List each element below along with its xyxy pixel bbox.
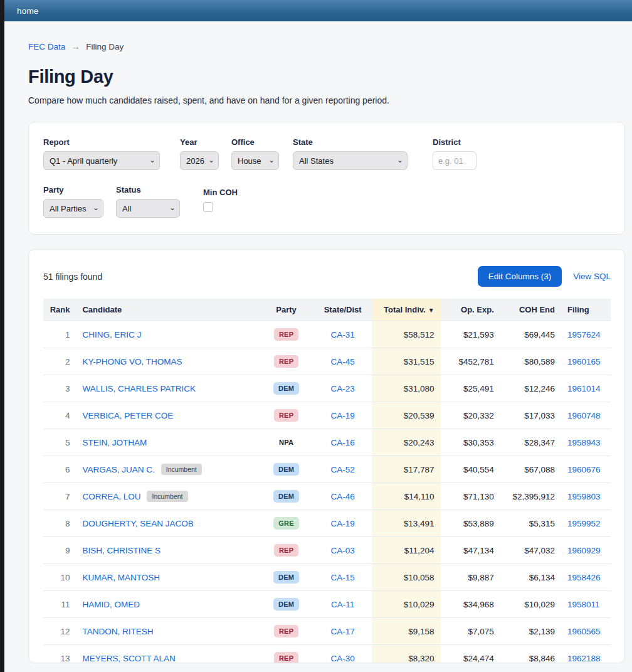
state-dist-link[interactable]: CA-30	[331, 654, 355, 663]
header-filing[interactable]: Filing	[561, 299, 611, 321]
report-select[interactable]: Q1 - April quarterly	[43, 151, 160, 170]
state-dist-cell: CA-46	[313, 483, 372, 510]
state-select[interactable]: All States	[293, 151, 408, 170]
header-coh-end[interactable]: COH End	[500, 299, 561, 321]
header-total-indiv[interactable]: Total Indiv.▼	[372, 299, 440, 321]
filing-link[interactable]: 1958426	[567, 573, 601, 582]
candidate-link[interactable]: KY-PHONG VO, THOMAS	[82, 357, 182, 366]
candidate-link[interactable]: VERBICA, PETER COE	[82, 411, 173, 420]
header-party[interactable]: Party	[259, 299, 313, 321]
candidate-link[interactable]: DOUGHERTY, SEAN JACOB	[82, 519, 193, 528]
view-sql-link[interactable]: View SQL	[573, 272, 611, 281]
district-input[interactable]	[433, 151, 477, 170]
candidate-link[interactable]: WALLIS, CHARLES PATRICK	[82, 384, 196, 393]
state-dist-cell: CA-11	[313, 591, 372, 618]
party-cell: GRE	[259, 510, 313, 537]
filing-link[interactable]: 1957624	[567, 330, 601, 339]
state-field: State All States ⌄	[293, 137, 408, 170]
district-label: District	[433, 137, 477, 147]
state-label: State	[293, 137, 408, 147]
candidate-link[interactable]: VARGAS, JUAN C.	[82, 465, 154, 474]
filing-link[interactable]: 1962188	[567, 654, 601, 663]
party-select[interactable]: All Parties	[43, 199, 103, 218]
year-select[interactable]: 2026	[180, 151, 219, 170]
coh-end-cell: $5,315	[500, 510, 561, 537]
filing-link[interactable]: 1960676	[567, 465, 601, 474]
breadcrumb-parent-link[interactable]: FEC Data	[28, 42, 65, 51]
rank-cell: 9	[43, 537, 76, 564]
party-cell: REP	[259, 348, 313, 375]
filing-cell: 1960565	[561, 618, 611, 645]
state-dist-link[interactable]: CA-03	[331, 546, 355, 555]
table-row: 13 MEYERS, SCOTT ALAN REP CA-30 $8,320 $…	[43, 645, 611, 664]
op-exp-cell: $25,491	[441, 375, 500, 402]
op-exp-cell: $9,887	[441, 564, 500, 591]
state-dist-cell: CA-30	[313, 645, 372, 664]
coh-end-cell: $17,033	[500, 402, 561, 429]
filing-link[interactable]: 1961014	[567, 384, 601, 393]
header-rank[interactable]: Rank	[43, 299, 76, 321]
candidate-link[interactable]: HAMID, OMED	[82, 600, 140, 609]
header-total-indiv-label: Total Indiv.	[384, 305, 426, 314]
filing-link[interactable]: 1960929	[567, 546, 601, 555]
filing-link[interactable]: 1958943	[567, 438, 601, 447]
filing-cell: 1961014	[561, 375, 611, 402]
table-row: 5 STEIN, JOTHAM NPA CA-16 $20,243 $30,35…	[43, 429, 611, 456]
candidate-link[interactable]: STEIN, JOTHAM	[82, 438, 147, 447]
rank-cell: 11	[43, 591, 76, 618]
filing-cell: 1958011	[561, 591, 611, 618]
op-exp-cell: $21,593	[441, 321, 500, 348]
state-dist-link[interactable]: CA-45	[331, 357, 355, 366]
candidate-link[interactable]: MEYERS, SCOTT ALAN	[82, 654, 175, 663]
header-state-dist[interactable]: State/Dist	[313, 299, 372, 321]
state-dist-link[interactable]: CA-52	[331, 465, 355, 474]
sort-desc-icon: ▼	[428, 307, 434, 314]
total-indiv-cell: $10,058	[372, 564, 440, 591]
candidate-link[interactable]: CHING, ERIC J	[82, 330, 141, 339]
filing-link[interactable]: 1958011	[567, 600, 600, 609]
edit-columns-button[interactable]: Edit Columns (3)	[478, 266, 562, 287]
filing-link[interactable]: 1960565	[567, 627, 601, 636]
state-dist-link[interactable]: CA-15	[331, 573, 355, 582]
state-dist-link[interactable]: CA-17	[331, 627, 355, 636]
district-field: District	[433, 137, 477, 170]
state-dist-link[interactable]: CA-46	[331, 492, 355, 501]
candidate-link[interactable]: KUMAR, MANTOSH	[82, 573, 160, 582]
state-dist-link[interactable]: CA-23	[331, 384, 355, 393]
office-select[interactable]: House	[231, 151, 279, 170]
state-dist-cell: CA-19	[313, 402, 372, 429]
filing-link[interactable]: 1959952	[567, 519, 601, 528]
state-dist-link[interactable]: CA-31	[331, 330, 355, 339]
filing-link[interactable]: 1960748	[567, 411, 601, 420]
state-dist-link[interactable]: CA-19	[331, 519, 355, 528]
coh-end-cell: $47,032	[500, 537, 561, 564]
state-dist-link[interactable]: CA-11	[331, 600, 354, 609]
nav-home-link[interactable]: home	[17, 6, 39, 16]
candidate-link[interactable]: BISH, CHRISTINE S	[82, 546, 161, 555]
state-dist-link[interactable]: CA-19	[331, 411, 355, 420]
rank-cell: 13	[43, 645, 76, 664]
op-exp-cell: $20,332	[441, 402, 500, 429]
table-row: 12 TANDON, RITESH REP CA-17 $9,158 $7,07…	[43, 618, 611, 645]
rank-cell: 8	[43, 510, 76, 537]
filing-cell: 1960676	[561, 456, 611, 483]
filter-row-2: Party All Parties ⌄ Status All ⌄	[43, 185, 610, 218]
state-dist-link[interactable]: CA-16	[331, 438, 355, 447]
party-badge: DEM	[273, 490, 299, 503]
filing-link[interactable]: 1959803	[567, 492, 601, 501]
header-op-exp[interactable]: Op. Exp.	[441, 299, 500, 321]
status-select[interactable]: All	[116, 199, 180, 218]
min-coh-checkbox[interactable]	[203, 202, 213, 212]
filing-cell: 1960929	[561, 537, 611, 564]
filing-cell: 1958943	[561, 429, 611, 456]
candidate-link[interactable]: CORREA, LOU	[82, 492, 140, 501]
candidate-link[interactable]: TANDON, RITESH	[82, 627, 153, 636]
party-cell: DEM	[259, 375, 313, 402]
party-cell: REP	[259, 645, 313, 664]
filing-link[interactable]: 1960165	[567, 357, 601, 366]
table-row: 1 CHING, ERIC J REP CA-31 $58,512 $21,59…	[43, 321, 611, 348]
rank-cell: 12	[43, 618, 76, 645]
header-candidate[interactable]: Candidate	[76, 299, 259, 321]
total-indiv-cell: $10,029	[372, 591, 440, 618]
total-indiv-cell: $31,080	[372, 375, 440, 402]
